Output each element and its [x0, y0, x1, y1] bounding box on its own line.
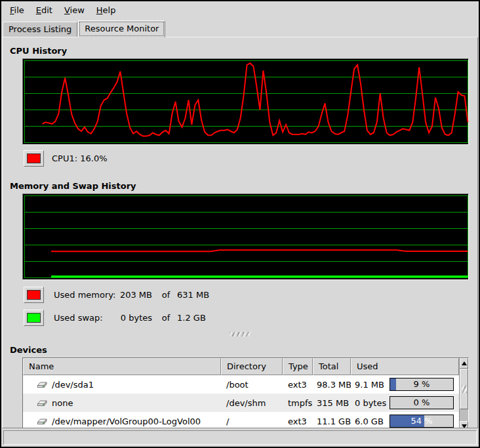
- memory-swap-title: Memory and Swap History: [10, 181, 477, 191]
- used-memory-total: 631 MB: [177, 290, 223, 300]
- device-used: 0 bytes: [355, 398, 386, 408]
- memory-swap-chart: [24, 195, 469, 279]
- used-memory-of: of: [155, 290, 177, 300]
- column-header-name[interactable]: Name: [23, 358, 221, 375]
- system-monitor-window: File Edit View Help Process Listing Reso…: [0, 0, 480, 448]
- scroll-down-button[interactable]: [460, 421, 468, 428]
- used-memory-row: Used memory: 203 MB of 631 MB: [24, 286, 477, 303]
- arrow-up-icon: [462, 361, 467, 365]
- cpu-history-chart: [24, 60, 469, 144]
- disk-icon: [37, 380, 48, 389]
- device-row-volgroup[interactable]: /dev/mapper/VolGroup00-LogVol00 / ext3 1…: [23, 412, 459, 428]
- cpu1-color-button[interactable]: [24, 150, 44, 167]
- scrollbar-grip-icon: [462, 385, 467, 393]
- device-type: tmpfs: [283, 398, 313, 408]
- cpu-legend: CPU1: 16.0%: [24, 150, 477, 167]
- column-header-used[interactable]: Used: [351, 358, 459, 375]
- used-swap-of: of: [155, 313, 177, 323]
- device-directory: /boot: [221, 380, 283, 390]
- usage-progress-bar: 0 %: [390, 396, 454, 409]
- pane-separator: [3, 332, 477, 337]
- device-type: ext3: [283, 417, 313, 426]
- menu-view[interactable]: View: [58, 3, 90, 17]
- device-used: 6.0 GB: [355, 417, 384, 426]
- tab-process-listing[interactable]: Process Listing: [3, 22, 77, 37]
- device-type: ext3: [283, 380, 313, 390]
- disk-icon: [37, 398, 48, 407]
- device-name: /dev/mapper/VolGroup00-LogVol00: [52, 417, 201, 426]
- usage-percent-label: 9 %: [390, 378, 453, 390]
- menu-file[interactable]: File: [4, 3, 30, 17]
- notebook-tabs: Process Listing Resource Monitor: [1, 18, 479, 37]
- device-name: none: [52, 398, 73, 408]
- disk-icon: [37, 417, 48, 426]
- cpu-history-chart-frame: [22, 58, 469, 145]
- column-header-type[interactable]: Type: [283, 358, 313, 375]
- device-total: 315 MB: [313, 398, 351, 408]
- devices-scrollbar[interactable]: [459, 358, 468, 428]
- usage-progress-bar: 9 %: [390, 378, 454, 391]
- device-row-sda1[interactable]: /dev/sda1 /boot ext3 98.3 MB 9.1 MB 9 %: [23, 375, 459, 394]
- menu-edit[interactable]: Edit: [30, 3, 58, 17]
- menu-help[interactable]: Help: [90, 3, 122, 17]
- used-swap-label: Used swap:: [54, 313, 117, 323]
- device-used: 9.1 MB: [355, 380, 384, 390]
- used-swap-value: 0 bytes: [117, 313, 155, 323]
- menu-bar: File Edit View Help: [1, 1, 479, 18]
- device-name: /dev/sda1: [52, 380, 94, 390]
- cpu1-usage-label: CPU1: 16.0%: [52, 153, 108, 163]
- devices-title: Devices: [10, 345, 477, 355]
- device-row-none[interactable]: none /dev/shm tmpfs 315 MB 0 bytes 0 %: [23, 394, 459, 412]
- usage-percent-label: 54 %: [390, 415, 453, 427]
- resource-monitor-panel: CPU History CPU1: 16.0% Memory and Swap …: [2, 37, 478, 428]
- usage-percent-label: 0 %: [390, 397, 453, 409]
- used-memory-swatch: [27, 290, 41, 300]
- devices-table: Name Directory Type Total Used /dev/sda1…: [22, 357, 469, 428]
- scroll-up-button[interactable]: [460, 358, 468, 369]
- column-header-directory[interactable]: Directory: [221, 358, 283, 375]
- device-directory: /dev/shm: [221, 398, 283, 408]
- device-directory: /: [221, 417, 283, 426]
- used-memory-label: Used memory:: [54, 290, 117, 300]
- memory-legend: Used memory: 203 MB of 631 MB Used swap:…: [24, 286, 477, 326]
- used-memory-color-button[interactable]: [24, 287, 44, 303]
- pane-grip-icon[interactable]: [230, 332, 250, 336]
- devices-table-header: Name Directory Type Total Used: [23, 358, 459, 375]
- status-bar: [3, 430, 477, 445]
- arrow-down-icon: [462, 424, 467, 428]
- usage-progress-bar: 54 %: [390, 415, 454, 428]
- scrollbar-thumb[interactable]: [460, 369, 468, 409]
- device-total: 11.1 GB: [313, 417, 351, 426]
- used-swap-swatch: [27, 313, 41, 323]
- used-swap-total: 1.2 GB: [177, 313, 223, 323]
- device-total: 98.3 MB: [313, 380, 351, 390]
- used-swap-color-button[interactable]: [24, 310, 44, 326]
- memory-swap-chart-frame: [22, 193, 469, 280]
- tab-resource-monitor[interactable]: Resource Monitor: [78, 20, 165, 37]
- column-header-total[interactable]: Total: [313, 358, 351, 375]
- used-swap-row: Used swap: 0 bytes of 1.2 GB: [24, 309, 477, 326]
- cpu1-color-swatch: [27, 153, 41, 163]
- scrollbar-trough[interactable]: [460, 409, 468, 421]
- cpu-history-title: CPU History: [10, 46, 477, 56]
- used-memory-value: 203 MB: [117, 290, 155, 300]
